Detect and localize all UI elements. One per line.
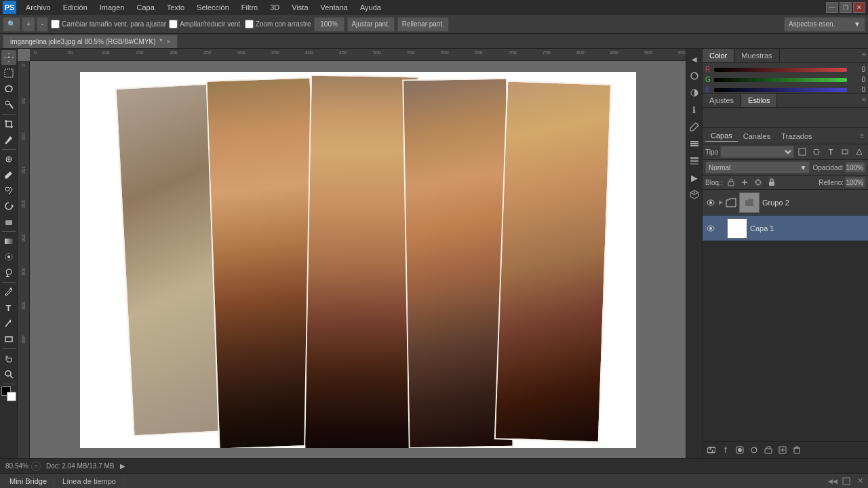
magic-wand-tool-button[interactable]	[1, 97, 16, 112]
capas-tab[interactable]: Capas	[705, 130, 738, 142]
bottom-rewind-icon[interactable]: ◀◀	[827, 476, 838, 487]
menu-filtro[interactable]: Filtro	[236, 2, 263, 13]
move-tool-button[interactable]	[1, 50, 16, 65]
estilos-tab[interactable]: Estilos	[741, 94, 777, 107]
minimize-button[interactable]: —	[826, 2, 838, 13]
zoom-tool-button[interactable]	[1, 367, 16, 382]
canales-tab[interactable]: Canales	[738, 131, 776, 142]
zoom-out-button[interactable]: -	[37, 17, 48, 32]
layer-grupo2[interactable]: ▶ Grupo 2	[703, 190, 868, 216]
layer-filter-adjust-icon[interactable]	[810, 146, 823, 158]
menu-capa[interactable]: Capa	[131, 2, 159, 13]
layer-capa1-visibility[interactable]	[705, 223, 716, 234]
zoom-drag-checkbox[interactable]	[245, 20, 254, 28]
trazados-tab[interactable]: Trazados	[776, 131, 817, 142]
zoom-resize-checkbox[interactable]	[169, 20, 178, 28]
channels-panel-icon[interactable]	[687, 153, 702, 168]
zoom-tool-button[interactable]: 🔍	[3, 17, 20, 32]
close-button[interactable]: ✕	[853, 2, 865, 13]
layer-style-button[interactable]: f	[719, 444, 732, 456]
lock-position-icon[interactable]	[739, 177, 750, 188]
pen-tool-button[interactable]	[1, 285, 16, 300]
bottom-panel-icon[interactable]	[841, 476, 852, 487]
layers-panel-icon[interactable]	[687, 136, 702, 151]
layer-filter-pixel-icon[interactable]	[796, 146, 808, 158]
layer-mask-button[interactable]	[734, 444, 746, 456]
eyedropper-tool-button[interactable]	[1, 132, 16, 147]
menu-ventana[interactable]: Ventana	[315, 2, 353, 13]
hand-tool-button[interactable]	[1, 351, 16, 366]
gradient-tool-button[interactable]	[1, 234, 16, 249]
document-tab[interactable]: imgangelina jolie3.jpg al 80.5% (RGB/8#/…	[3, 35, 178, 48]
menu-vista[interactable]: Vista	[286, 2, 313, 13]
menu-ayuda[interactable]: Ayuda	[355, 2, 387, 13]
type-tool-button[interactable]: T	[1, 300, 16, 315]
resize-window-checkbox[interactable]	[51, 20, 60, 28]
layer-new-button[interactable]	[776, 444, 789, 456]
blend-mode-dropdown[interactable]: Normal ▼	[705, 161, 810, 174]
pen-panel-icon[interactable]	[687, 119, 702, 134]
eraser-tool-button[interactable]	[1, 214, 16, 229]
layer-filter-type-icon[interactable]: T	[825, 146, 837, 158]
adjust-panel-icon[interactable]	[687, 85, 702, 100]
restore-button[interactable]: ❐	[840, 2, 852, 13]
path-select-tool-button[interactable]	[1, 316, 16, 331]
blur-tool-button[interactable]	[1, 249, 16, 264]
mini-bridge-tab[interactable]: Mini Bridge	[3, 476, 54, 487]
layer-capa1[interactable]: Capa 1	[703, 216, 868, 241]
doc-info-arrow[interactable]: ▶	[120, 462, 125, 470]
history-brush-tool-button[interactable]	[1, 199, 16, 214]
layer-delete-button[interactable]	[791, 444, 803, 456]
color-r-slider[interactable]	[714, 68, 847, 72]
fill-value[interactable]: 100%	[845, 177, 865, 188]
layer-grupo2-visibility[interactable]	[705, 197, 716, 208]
opacity-value[interactable]: 100%	[845, 162, 865, 173]
color-tab[interactable]: Color	[703, 49, 734, 62]
actions-panel-icon[interactable]: ▶	[687, 170, 702, 185]
document-tab-close[interactable]: ×	[166, 38, 170, 45]
layer-filter-shape-icon[interactable]	[839, 146, 851, 158]
color-b-slider[interactable]	[714, 88, 847, 92]
panel-toggle-icon[interactable]: ◀	[687, 52, 702, 66]
layers-panel-menu[interactable]: ≡	[859, 131, 865, 141]
lasso-tool-button[interactable]	[1, 81, 16, 96]
zoom-status-icon[interactable]: ○	[31, 462, 41, 471]
layer-grupo2-expand[interactable]: ▶	[719, 199, 723, 205]
lock-move-icon[interactable]	[753, 177, 764, 188]
adjust-panel-menu[interactable]: ≡	[860, 94, 868, 107]
info-panel-icon[interactable]: ℹ	[687, 102, 702, 117]
shape-tool-button[interactable]	[1, 331, 16, 346]
color-panel-icon[interactable]	[687, 68, 702, 83]
ajustar-pant-button[interactable]: Ajustar pant.	[347, 17, 395, 32]
menu-seleccion[interactable]: Selección	[191, 2, 235, 13]
menu-edicion[interactable]: Edición	[58, 2, 93, 13]
3d-panel-icon[interactable]	[687, 187, 702, 202]
menu-texto[interactable]: Texto	[161, 2, 190, 13]
menu-3d[interactable]: 3D	[264, 2, 285, 13]
marquee-tool-button[interactable]	[1, 66, 16, 81]
layer-group-button[interactable]	[762, 444, 774, 456]
color-g-slider[interactable]	[714, 78, 847, 82]
bottom-close-icon[interactable]: ✕	[854, 476, 865, 487]
background-color[interactable]	[7, 392, 16, 401]
lock-all-icon[interactable]	[766, 177, 777, 188]
layer-type-select[interactable]	[720, 146, 794, 158]
rellenar-pant-button[interactable]: Rellenar pant.	[397, 17, 449, 32]
layer-link-button[interactable]	[705, 444, 717, 456]
dodge-tool-button[interactable]	[1, 265, 16, 280]
essentials-dropdown[interactable]: Aspectos esen. ▼	[784, 17, 865, 32]
clone-stamp-tool-button[interactable]	[1, 183, 16, 198]
zoom-in-button[interactable]: +	[22, 17, 35, 32]
menu-imagen[interactable]: Imagen	[94, 2, 130, 13]
color-swatches[interactable]	[1, 386, 16, 401]
brush-tool-button[interactable]	[1, 167, 16, 182]
lock-pixels-icon[interactable]	[726, 177, 736, 188]
menu-archivo[interactable]: Archivo	[20, 2, 56, 13]
spot-heal-tool-button[interactable]	[1, 152, 16, 167]
crop-tool-button[interactable]	[1, 117, 16, 131]
timeline-tab[interactable]: Línea de tiempo	[56, 476, 123, 487]
color-panel-menu[interactable]: ≡	[860, 49, 868, 62]
layer-adjust-button[interactable]	[748, 444, 760, 456]
ajustes-tab[interactable]: Ajustes	[703, 94, 741, 107]
layer-filter-smart-icon[interactable]	[853, 146, 865, 158]
